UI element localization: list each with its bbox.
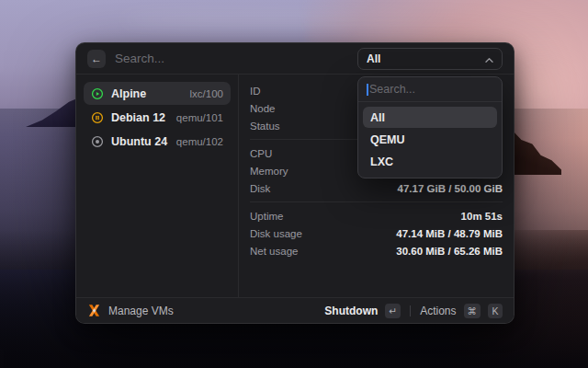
detail-row: Disk 47.17 GiB / 50.00 GiB: [250, 179, 503, 197]
command-bar: ← All: [76, 43, 514, 75]
vm-manager-window: ← All Alpine lxc/100: [75, 42, 514, 324]
dropdown-search-row[interactable]: [358, 77, 502, 102]
vm-name: Alpine: [111, 87, 146, 100]
detail-label: Memory: [250, 166, 288, 177]
vm-name: Debian 12: [111, 111, 165, 124]
detail-label: Disk usage: [250, 228, 302, 239]
vm-id: lxc/100: [190, 88, 223, 99]
vm-id: qemu/102: [176, 136, 223, 147]
detail-row: Disk usage 47.14 MiB / 48.79 MiB: [250, 224, 503, 242]
dropdown-option-lxc[interactable]: LXC: [363, 151, 497, 172]
chevron-up-icon: [485, 52, 493, 65]
footer-divider: [410, 305, 411, 316]
detail-label: ID: [250, 86, 261, 97]
k-key-badge: K: [488, 304, 503, 318]
action-bar: Manage VMs Shutdown ↵ Actions ⌘ K: [76, 297, 514, 323]
detail-label: Status: [250, 121, 280, 132]
filter-dropdown-button[interactable]: All: [357, 48, 503, 70]
detail-value: 47.14 MiB / 48.79 MiB: [396, 228, 503, 239]
desktop: ← All Alpine lxc/100: [0, 0, 588, 368]
detail-label: Disk: [250, 183, 270, 194]
dropdown-option-all[interactable]: All: [363, 107, 497, 128]
back-arrow-icon: ←: [91, 53, 102, 64]
play-circle-icon: [91, 87, 104, 100]
detail-row: Uptime 10m 51s: [250, 207, 503, 224]
detail-row: Net usage 30.60 MiB / 65.26 MiB: [250, 242, 503, 259]
window-body: Alpine lxc/100 Debian 12 qemu/101 Ubuntu…: [76, 75, 514, 297]
detail-label: Uptime: [250, 211, 283, 222]
vm-id: qemu/101: [176, 112, 223, 123]
vm-list-item-debian[interactable]: Debian 12 qemu/101: [84, 106, 231, 129]
stop-circle-icon: [91, 135, 104, 148]
vm-list: Alpine lxc/100 Debian 12 qemu/101 Ubuntu…: [76, 75, 238, 297]
actions-menu-button[interactable]: Actions: [420, 305, 456, 317]
detail-label: CPU: [250, 148, 272, 159]
proxmox-logo-icon: [87, 304, 101, 317]
section-divider: [250, 201, 503, 202]
back-button[interactable]: ←: [87, 50, 106, 68]
vm-name: Ubuntu 24: [111, 135, 167, 148]
vm-list-item-alpine[interactable]: Alpine lxc/100: [84, 82, 231, 105]
dropdown-option-qemu[interactable]: QEMU: [363, 129, 497, 150]
filter-dropdown-menu: All QEMU LXC: [357, 76, 503, 178]
detail-label: Node: [250, 103, 276, 114]
footer-app-name: Manage VMs: [108, 305, 174, 317]
vm-list-item-ubuntu[interactable]: Ubuntu 24 qemu/102: [84, 130, 231, 153]
detail-value: 47.17 GiB / 50.00 GiB: [398, 183, 503, 194]
detail-label: Net usage: [250, 246, 298, 257]
dropdown-search-input[interactable]: [368, 83, 503, 96]
pause-circle-icon: [91, 111, 104, 124]
filter-selected-value: All: [367, 52, 380, 65]
shutdown-action[interactable]: Shutdown: [324, 305, 378, 317]
return-key-badge: ↵: [385, 304, 401, 318]
dropdown-options: All QEMU LXC: [358, 102, 502, 178]
search-input[interactable]: [115, 52, 348, 65]
command-key-badge: ⌘: [464, 304, 481, 318]
detail-value: 30.60 MiB / 65.26 MiB: [396, 246, 503, 257]
detail-value: 10m 51s: [461, 211, 503, 222]
